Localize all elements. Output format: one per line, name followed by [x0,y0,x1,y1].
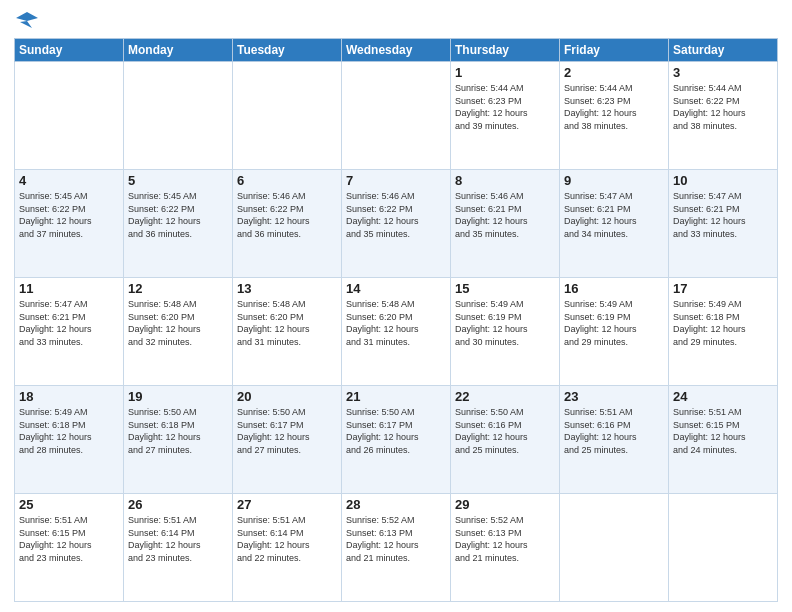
day-info: Sunrise: 5:47 AM Sunset: 6:21 PM Dayligh… [19,298,119,348]
calendar-cell: 6Sunrise: 5:46 AM Sunset: 6:22 PM Daylig… [233,170,342,278]
calendar-cell: 3Sunrise: 5:44 AM Sunset: 6:22 PM Daylig… [669,62,778,170]
day-number: 6 [237,173,337,188]
calendar-cell: 5Sunrise: 5:45 AM Sunset: 6:22 PM Daylig… [124,170,233,278]
day-info: Sunrise: 5:50 AM Sunset: 6:17 PM Dayligh… [346,406,446,456]
day-number: 8 [455,173,555,188]
day-number: 12 [128,281,228,296]
day-info: Sunrise: 5:51 AM Sunset: 6:15 PM Dayligh… [19,514,119,564]
calendar-cell [342,62,451,170]
day-number: 15 [455,281,555,296]
weekday-sunday: Sunday [15,39,124,62]
calendar-cell: 16Sunrise: 5:49 AM Sunset: 6:19 PM Dayli… [560,278,669,386]
day-number: 19 [128,389,228,404]
calendar-week-4: 18Sunrise: 5:49 AM Sunset: 6:18 PM Dayli… [15,386,778,494]
day-info: Sunrise: 5:46 AM Sunset: 6:22 PM Dayligh… [346,190,446,240]
day-number: 2 [564,65,664,80]
day-info: Sunrise: 5:49 AM Sunset: 6:18 PM Dayligh… [19,406,119,456]
day-number: 28 [346,497,446,512]
day-number: 4 [19,173,119,188]
day-info: Sunrise: 5:49 AM Sunset: 6:18 PM Dayligh… [673,298,773,348]
svg-marker-0 [16,12,38,28]
calendar-cell: 27Sunrise: 5:51 AM Sunset: 6:14 PM Dayli… [233,494,342,602]
calendar-cell: 18Sunrise: 5:49 AM Sunset: 6:18 PM Dayli… [15,386,124,494]
day-info: Sunrise: 5:47 AM Sunset: 6:21 PM Dayligh… [564,190,664,240]
logo [14,10,38,32]
calendar-cell: 28Sunrise: 5:52 AM Sunset: 6:13 PM Dayli… [342,494,451,602]
weekday-wednesday: Wednesday [342,39,451,62]
day-number: 3 [673,65,773,80]
weekday-tuesday: Tuesday [233,39,342,62]
calendar-cell: 1Sunrise: 5:44 AM Sunset: 6:23 PM Daylig… [451,62,560,170]
calendar-cell: 11Sunrise: 5:47 AM Sunset: 6:21 PM Dayli… [15,278,124,386]
day-number: 25 [19,497,119,512]
day-number: 26 [128,497,228,512]
calendar-cell: 26Sunrise: 5:51 AM Sunset: 6:14 PM Dayli… [124,494,233,602]
day-info: Sunrise: 5:47 AM Sunset: 6:21 PM Dayligh… [673,190,773,240]
weekday-friday: Friday [560,39,669,62]
day-info: Sunrise: 5:46 AM Sunset: 6:22 PM Dayligh… [237,190,337,240]
calendar-cell: 13Sunrise: 5:48 AM Sunset: 6:20 PM Dayli… [233,278,342,386]
day-number: 17 [673,281,773,296]
day-info: Sunrise: 5:50 AM Sunset: 6:18 PM Dayligh… [128,406,228,456]
day-number: 27 [237,497,337,512]
day-number: 23 [564,389,664,404]
day-number: 22 [455,389,555,404]
calendar-body: 1Sunrise: 5:44 AM Sunset: 6:23 PM Daylig… [15,62,778,602]
day-number: 11 [19,281,119,296]
calendar-cell: 24Sunrise: 5:51 AM Sunset: 6:15 PM Dayli… [669,386,778,494]
day-info: Sunrise: 5:48 AM Sunset: 6:20 PM Dayligh… [237,298,337,348]
calendar-cell: 23Sunrise: 5:51 AM Sunset: 6:16 PM Dayli… [560,386,669,494]
day-info: Sunrise: 5:48 AM Sunset: 6:20 PM Dayligh… [346,298,446,348]
calendar-cell: 19Sunrise: 5:50 AM Sunset: 6:18 PM Dayli… [124,386,233,494]
day-number: 14 [346,281,446,296]
header [14,10,778,32]
day-number: 21 [346,389,446,404]
calendar-cell: 21Sunrise: 5:50 AM Sunset: 6:17 PM Dayli… [342,386,451,494]
calendar-cell: 4Sunrise: 5:45 AM Sunset: 6:22 PM Daylig… [15,170,124,278]
calendar-cell: 12Sunrise: 5:48 AM Sunset: 6:20 PM Dayli… [124,278,233,386]
day-info: Sunrise: 5:51 AM Sunset: 6:16 PM Dayligh… [564,406,664,456]
day-number: 1 [455,65,555,80]
calendar-cell [233,62,342,170]
day-number: 5 [128,173,228,188]
calendar-cell: 7Sunrise: 5:46 AM Sunset: 6:22 PM Daylig… [342,170,451,278]
weekday-saturday: Saturday [669,39,778,62]
day-number: 29 [455,497,555,512]
day-info: Sunrise: 5:46 AM Sunset: 6:21 PM Dayligh… [455,190,555,240]
day-info: Sunrise: 5:49 AM Sunset: 6:19 PM Dayligh… [455,298,555,348]
calendar-cell [124,62,233,170]
day-number: 13 [237,281,337,296]
calendar-cell: 9Sunrise: 5:47 AM Sunset: 6:21 PM Daylig… [560,170,669,278]
calendar-cell [669,494,778,602]
page: SundayMondayTuesdayWednesdayThursdayFrid… [0,0,792,612]
day-info: Sunrise: 5:52 AM Sunset: 6:13 PM Dayligh… [455,514,555,564]
day-info: Sunrise: 5:45 AM Sunset: 6:22 PM Dayligh… [19,190,119,240]
calendar-table: SundayMondayTuesdayWednesdayThursdayFrid… [14,38,778,602]
calendar-cell: 17Sunrise: 5:49 AM Sunset: 6:18 PM Dayli… [669,278,778,386]
day-info: Sunrise: 5:45 AM Sunset: 6:22 PM Dayligh… [128,190,228,240]
calendar-cell: 2Sunrise: 5:44 AM Sunset: 6:23 PM Daylig… [560,62,669,170]
logo-bird-icon [16,10,38,32]
calendar-cell [15,62,124,170]
calendar-cell: 20Sunrise: 5:50 AM Sunset: 6:17 PM Dayli… [233,386,342,494]
day-number: 18 [19,389,119,404]
day-number: 16 [564,281,664,296]
calendar-week-5: 25Sunrise: 5:51 AM Sunset: 6:15 PM Dayli… [15,494,778,602]
calendar-header: SundayMondayTuesdayWednesdayThursdayFrid… [15,39,778,62]
day-number: 10 [673,173,773,188]
day-info: Sunrise: 5:50 AM Sunset: 6:16 PM Dayligh… [455,406,555,456]
day-info: Sunrise: 5:51 AM Sunset: 6:14 PM Dayligh… [128,514,228,564]
weekday-thursday: Thursday [451,39,560,62]
day-number: 20 [237,389,337,404]
calendar-cell: 15Sunrise: 5:49 AM Sunset: 6:19 PM Dayli… [451,278,560,386]
day-info: Sunrise: 5:51 AM Sunset: 6:14 PM Dayligh… [237,514,337,564]
calendar-cell: 14Sunrise: 5:48 AM Sunset: 6:20 PM Dayli… [342,278,451,386]
calendar-week-1: 1Sunrise: 5:44 AM Sunset: 6:23 PM Daylig… [15,62,778,170]
day-info: Sunrise: 5:44 AM Sunset: 6:23 PM Dayligh… [455,82,555,132]
weekday-header-row: SundayMondayTuesdayWednesdayThursdayFrid… [15,39,778,62]
calendar-cell [560,494,669,602]
calendar-cell: 29Sunrise: 5:52 AM Sunset: 6:13 PM Dayli… [451,494,560,602]
calendar-cell: 8Sunrise: 5:46 AM Sunset: 6:21 PM Daylig… [451,170,560,278]
day-number: 7 [346,173,446,188]
calendar-week-2: 4Sunrise: 5:45 AM Sunset: 6:22 PM Daylig… [15,170,778,278]
